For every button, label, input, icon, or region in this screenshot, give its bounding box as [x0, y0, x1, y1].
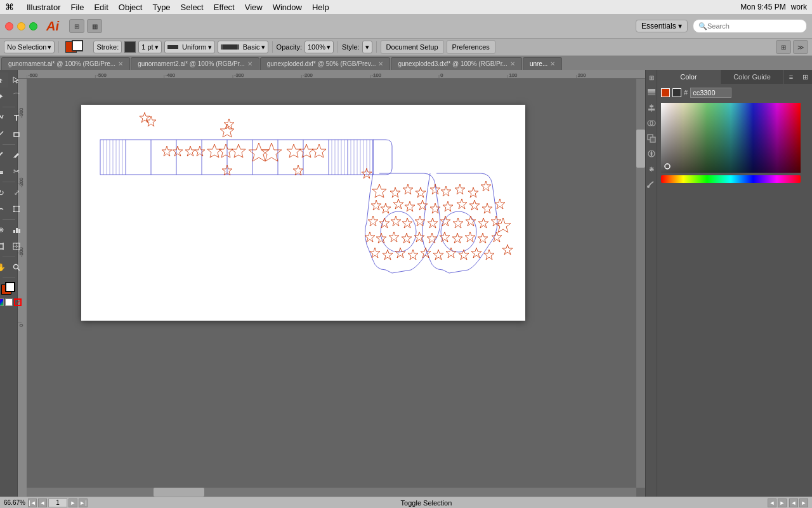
- menu-illustrator[interactable]: Illustrator: [22, 0, 65, 14]
- color-spectrum-svg[interactable]: [661, 103, 801, 185]
- brushes-icon[interactable]: [646, 179, 657, 189]
- tab-1[interactable]: gunornament2.ai* @ 100% (RGB/Pr... ✕: [131, 57, 259, 70]
- stroke-profile-dropdown[interactable]: Basic ▾: [218, 41, 268, 53]
- zoom-tool[interactable]: [9, 260, 24, 275]
- color-mode-btn[interactable]: [0, 298, 4, 306]
- menu-type[interactable]: Type: [147, 0, 175, 14]
- canvas-area[interactable]: -600 -500 -400 -300 -200 -100 0 100 200: [18, 70, 645, 497]
- menu-file[interactable]: File: [65, 0, 89, 14]
- status-prev-btn[interactable]: ◄: [768, 498, 776, 507]
- color-spectrum[interactable]: [661, 103, 808, 187]
- selection-dropdown[interactable]: No Selection ▾: [4, 41, 55, 53]
- links-icon[interactable]: ⊞: [646, 72, 657, 83]
- tab-2[interactable]: gunexploded.dxf* @ 50% (RGB/Prev... ✕: [260, 57, 391, 70]
- search-input[interactable]: [707, 22, 796, 30]
- symbol-tool[interactable]: ❋: [0, 222, 8, 237]
- document-setup-button[interactable]: Document Setup: [381, 40, 444, 54]
- panel-menu-btn[interactable]: ≡: [784, 70, 798, 84]
- status-right-controls[interactable]: ◄ ►: [789, 498, 808, 507]
- color-hex-input[interactable]: [690, 88, 731, 98]
- status-arrows[interactable]: ◄ ►: [768, 498, 787, 507]
- layers-icon[interactable]: [646, 88, 657, 98]
- align-icon[interactable]: [646, 103, 657, 113]
- apple-menu[interactable]: ⌘: [5, 2, 14, 12]
- line-tool[interactable]: [0, 126, 8, 142]
- menu-object[interactable]: Object: [114, 0, 148, 14]
- none-mode-btn[interactable]: [14, 298, 22, 306]
- artboard-tool[interactable]: [0, 239, 8, 254]
- stroke-style-dropdown[interactable]: Uniform ▾: [164, 41, 215, 53]
- artboard-next-btn[interactable]: ►: [799, 498, 808, 507]
- graph-tool[interactable]: [9, 222, 24, 237]
- workspace-more-btn[interactable]: ≫: [793, 40, 808, 54]
- pen-tool[interactable]: [0, 110, 8, 125]
- navigation-controls[interactable]: |◄ ◄ ► ►|: [28, 498, 88, 507]
- magic-wand-tool[interactable]: ✦: [0, 89, 8, 104]
- menu-select[interactable]: Select: [176, 0, 209, 14]
- fill-stroke-color[interactable]: [1, 281, 16, 296]
- screen-mode-btn[interactable]: ⊞: [69, 19, 84, 33]
- fill-stroke-widget[interactable]: [65, 39, 88, 55]
- symbols-icon[interactable]: ❋: [646, 164, 657, 174]
- tab-close-3[interactable]: ✕: [510, 60, 515, 67]
- tab-close-2[interactable]: ✕: [378, 60, 383, 67]
- tab-close-1[interactable]: ✕: [247, 60, 252, 67]
- arrange-btn[interactable]: ▦: [87, 19, 102, 33]
- direct-selection-tool[interactable]: [9, 72, 24, 88]
- stroke-color-box[interactable]: [72, 40, 83, 51]
- artboard-prev-btn[interactable]: ◄: [789, 498, 798, 507]
- search-bar[interactable]: 🔍: [693, 19, 807, 33]
- warp-tool[interactable]: [0, 201, 8, 217]
- close-button[interactable]: [5, 22, 13, 30]
- free-transform-tool[interactable]: [9, 201, 24, 217]
- horizontal-scrollbar-thumb[interactable]: [154, 488, 204, 497]
- status-next-btn[interactable]: ►: [778, 498, 787, 507]
- slice-tool[interactable]: [9, 239, 24, 254]
- tab-4[interactable]: unre... ✕: [523, 57, 562, 70]
- menu-effect[interactable]: Effect: [209, 0, 240, 14]
- minimize-button[interactable]: [17, 22, 25, 30]
- vertical-scrollbar-thumb[interactable]: [636, 130, 645, 168]
- stroke-weight-dropdown[interactable]: 1 pt ▾: [138, 41, 161, 53]
- page-input[interactable]: [48, 498, 67, 507]
- nav-last-btn[interactable]: ►|: [79, 498, 88, 507]
- menu-help[interactable]: Help: [307, 0, 334, 14]
- nav-prev-btn[interactable]: ◄: [38, 498, 47, 507]
- appearance-icon[interactable]: [646, 149, 657, 159]
- nav-next-btn[interactable]: ►: [69, 498, 77, 507]
- window-controls[interactable]: [5, 22, 37, 30]
- color-fill-swatch[interactable]: [661, 88, 670, 97]
- menu-view[interactable]: View: [240, 0, 268, 14]
- text-tool[interactable]: T: [9, 110, 24, 125]
- nav-first-btn[interactable]: |◄: [28, 498, 37, 507]
- vertical-scrollbar[interactable]: [636, 79, 645, 488]
- panel-expand-btn[interactable]: ⊞: [798, 70, 812, 84]
- tab-3[interactable]: gunexploded3.dxf* @ 100% (RGB/Pr... ✕: [391, 57, 521, 70]
- color-tab[interactable]: Color: [657, 70, 721, 84]
- rotate-tool[interactable]: ↻: [0, 185, 8, 200]
- arrange-windows-btn[interactable]: ⊞: [776, 40, 791, 54]
- transform-icon[interactable]: [646, 133, 657, 144]
- stroke-swatch[interactable]: [5, 282, 15, 292]
- white-mode-btn[interactable]: [5, 298, 13, 306]
- pathfinder-icon[interactable]: [646, 118, 657, 128]
- paintbrush-tool[interactable]: [0, 147, 8, 163]
- eraser-tool[interactable]: [0, 164, 8, 179]
- view-controls[interactable]: ⊞ ▦: [69, 19, 102, 33]
- tab-0[interactable]: gunornament.ai* @ 100% (RGB/Pre... ✕: [1, 57, 130, 70]
- color-stroke-swatch[interactable]: [672, 88, 681, 97]
- preferences-button[interactable]: Preferences: [447, 40, 495, 54]
- hand-tool[interactable]: ✋: [0, 260, 8, 275]
- horizontal-scrollbar[interactable]: [27, 488, 636, 497]
- tab-close-0[interactable]: ✕: [118, 60, 123, 67]
- menu-window[interactable]: Window: [268, 0, 307, 14]
- maximize-button[interactable]: [29, 22, 37, 30]
- pencil-tool[interactable]: [9, 147, 24, 163]
- style-dropdown[interactable]: ▾: [362, 41, 372, 53]
- opacity-dropdown[interactable]: 100% ▾: [304, 41, 334, 53]
- essentials-button[interactable]: Essentials ▾: [636, 20, 688, 32]
- stroke-color-swatch[interactable]: [124, 41, 136, 53]
- tab-close-4[interactable]: ✕: [550, 60, 555, 67]
- shape-tool[interactable]: [9, 126, 24, 142]
- scissors-tool[interactable]: ✂: [9, 164, 24, 179]
